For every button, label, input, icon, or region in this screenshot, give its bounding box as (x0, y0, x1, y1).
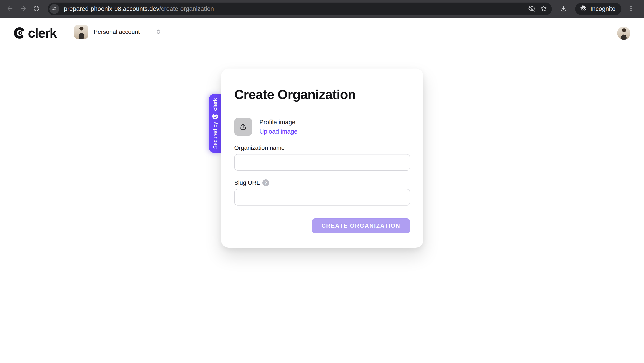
user-menu-avatar[interactable] (617, 26, 630, 40)
back-button[interactable] (4, 2, 16, 15)
organization-name-input[interactable] (234, 154, 410, 171)
back-arrow-icon (6, 5, 14, 13)
profile-image-upload-button[interactable] (234, 118, 252, 136)
star-icon (540, 5, 547, 13)
downloads-button[interactable] (557, 2, 570, 15)
create-organization-button[interactable]: CREATE ORGANIZATION (312, 218, 410, 233)
eye-off-icon (528, 5, 536, 13)
slug-url-input[interactable] (234, 189, 410, 206)
clerk-wordmark: clerk (28, 25, 57, 41)
site-controls-icon (51, 5, 57, 12)
create-organization-card: Create Organization Profile image Upload… (221, 68, 423, 248)
upload-icon (239, 122, 248, 131)
upload-image-link[interactable]: Upload image (260, 128, 298, 135)
profile-image-label: Profile image (260, 119, 298, 126)
site-controls-button[interactable] (50, 4, 59, 14)
url-path: /create-organization (159, 5, 214, 12)
slug-url-label: Slug URL ? (234, 179, 410, 186)
submit-row: CREATE ORGANIZATION (234, 218, 410, 233)
url-domain: prepared-phoenix-98.accounts.dev (64, 5, 159, 12)
forward-button[interactable] (16, 2, 30, 15)
kebab-menu-icon (628, 5, 635, 13)
browser-menu-button[interactable] (624, 2, 638, 15)
profile-image-row: Profile image Upload image (234, 118, 410, 136)
browser-toolbar: prepared-phoenix-98.accounts.dev/create-… (0, 0, 644, 18)
incognito-badge: Incognito (575, 3, 622, 15)
chevron-up-down-icon (154, 28, 162, 36)
help-icon[interactable]: ? (262, 179, 269, 186)
url-text: prepared-phoenix-98.accounts.dev/create-… (64, 5, 214, 12)
bookmark-button[interactable] (538, 3, 550, 15)
incognito-label: Incognito (590, 5, 616, 12)
secured-by-label: Secured by (212, 122, 218, 149)
url-bar[interactable]: prepared-phoenix-98.accounts.dev/create-… (48, 2, 552, 15)
incognito-icon (580, 4, 587, 13)
clerk-logo-icon (13, 26, 26, 39)
avatar (74, 25, 88, 39)
secured-by-brand: clerk (212, 98, 218, 111)
download-icon (560, 5, 567, 13)
account-switcher-label: Personal account (94, 28, 140, 35)
organization-name-label: Organization name (234, 144, 410, 151)
clerk-logo-icon (212, 113, 218, 120)
reload-icon (33, 5, 40, 13)
account-switcher[interactable]: Personal account (74, 25, 162, 39)
clerk-logo[interactable]: clerk (13, 25, 57, 41)
secured-by-clerk-badge[interactable]: Secured by clerk (209, 94, 221, 153)
reload-button[interactable] (30, 2, 43, 15)
page-title: Create Organization (234, 87, 410, 102)
page-header: clerk Personal account (0, 19, 644, 47)
profile-image-texts: Profile image Upload image (260, 119, 298, 135)
forward-arrow-icon (20, 5, 27, 13)
privacy-toggle-button[interactable] (526, 3, 538, 15)
